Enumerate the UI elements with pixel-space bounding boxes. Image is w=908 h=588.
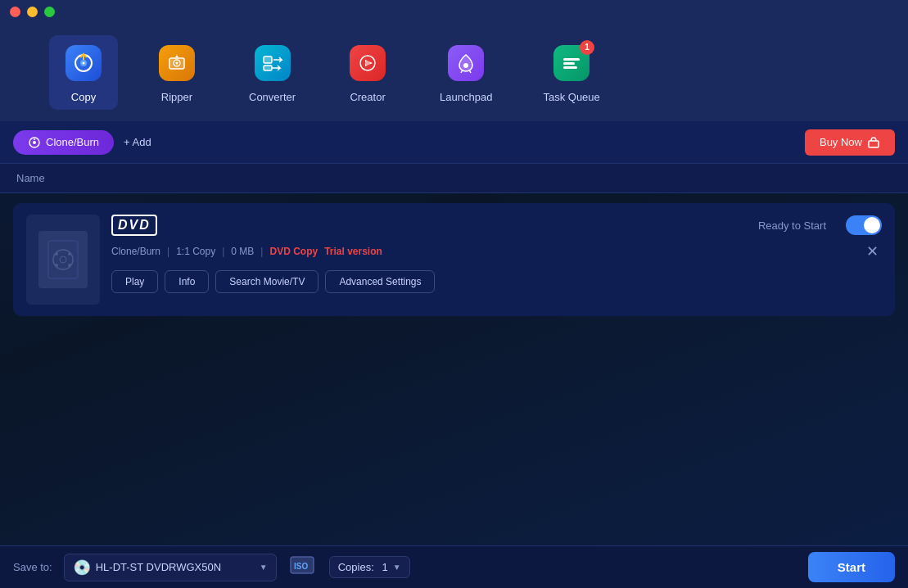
nav-taskqueue-label: Task Queue — [543, 91, 599, 103]
size-meta: 0 MB — [231, 246, 254, 257]
svg-rect-7 — [264, 57, 272, 63]
svg-point-22 — [55, 252, 58, 256]
svg-point-17 — [33, 141, 36, 144]
svg-rect-15 — [563, 66, 577, 69]
svg-rect-18 — [869, 141, 879, 147]
close-button[interactable] — [10, 7, 20, 17]
nav-copy-label: Copy — [71, 91, 96, 103]
copies-selector[interactable]: Copies: 1 ▼ — [329, 556, 410, 578]
add-button[interactable]: + Add — [124, 136, 151, 148]
drive-selector[interactable]: 💿 HL-DT-ST DVDRWGX50N ▼ — [64, 554, 277, 581]
close-item-button[interactable]: ✕ — [863, 244, 882, 259]
ripper-icon — [156, 42, 198, 84]
svg-point-25 — [68, 264, 71, 267]
nav-item-converter[interactable]: Converter — [236, 35, 309, 110]
table-header: Name — [0, 164, 908, 193]
copies-label: Copies: 1 — [338, 561, 388, 573]
tag1-meta: DVD Copy — [269, 246, 318, 257]
navbar: Copy Ripper — [0, 23, 908, 121]
dvd-info: DVD Ready to Start Clone/Burn | 1:1 Copy… — [111, 215, 882, 293]
svg-rect-14 — [563, 62, 575, 65]
iso-icon: ISO — [290, 554, 316, 581]
drive-name: HL-DT-ST DVDRWGX50N — [96, 561, 255, 573]
start-button[interactable]: Start — [808, 552, 895, 582]
svg-point-23 — [68, 252, 71, 256]
nav-item-launchpad[interactable]: Launchpad — [427, 35, 505, 110]
dvd-actions: Play Info Search Movie/TV Advanced Setti… — [111, 270, 882, 293]
dvd-logo: DVD — [111, 215, 157, 236]
svg-rect-13 — [563, 58, 580, 61]
buy-now-button[interactable]: Buy Now — [805, 129, 895, 156]
toggle-switch[interactable] — [846, 215, 882, 235]
play-button[interactable]: Play — [111, 270, 158, 293]
ready-status: Ready to Start — [157, 219, 826, 232]
svg-text:ISO: ISO — [294, 562, 308, 571]
nav-creator-label: Creator — [350, 91, 385, 103]
titlebar — [0, 0, 908, 23]
copy-type-meta: 1:1 Copy — [176, 246, 215, 257]
toolbar: Clone/Burn + Add Buy Now — [0, 121, 908, 164]
dvd-logo-row: DVD Ready to Start — [111, 215, 882, 236]
svg-point-11 — [365, 61, 370, 66]
clone-burn-meta: Clone/Burn — [111, 246, 160, 257]
tag2-meta: Trial version — [324, 246, 382, 257]
bottom-bar: Save to: 💿 HL-DT-ST DVDRWGX50N ▼ ISO Cop… — [0, 545, 908, 588]
nav-item-creator[interactable]: Creator — [333, 35, 402, 110]
clone-burn-button[interactable]: Clone/Burn — [13, 130, 114, 155]
dvd-thumbnail — [26, 215, 100, 305]
content-area: DVD Ready to Start Clone/Burn | 1:1 Copy… — [0, 193, 908, 326]
nav-item-ripper[interactable]: Ripper — [142, 35, 211, 110]
name-column-header: Name — [16, 172, 45, 184]
dvd-item: DVD Ready to Start Clone/Burn | 1:1 Copy… — [13, 203, 895, 316]
dropdown-arrow-icon: ▼ — [260, 563, 268, 572]
taskqueue-icon: 1 — [550, 42, 593, 84]
sep3: | — [260, 246, 263, 257]
svg-point-12 — [463, 63, 468, 68]
svg-rect-8 — [264, 66, 272, 70]
sep2: | — [222, 246, 224, 257]
nav-item-copy[interactable]: Copy — [49, 35, 118, 110]
sep1: | — [167, 246, 169, 257]
save-to-label: Save to: — [13, 561, 52, 573]
dvd-meta: Clone/Burn | 1:1 Copy | 0 MB | DVD Copy … — [111, 244, 882, 259]
creator-icon — [346, 42, 389, 84]
info-button[interactable]: Info — [165, 270, 209, 293]
dvd-thumb-inner — [38, 231, 88, 288]
maximize-button[interactable] — [44, 7, 55, 17]
nav-ripper-label: Ripper — [161, 91, 192, 103]
svg-point-6 — [176, 61, 178, 64]
copies-dropdown-arrow-icon: ▼ — [393, 563, 401, 572]
svg-point-2 — [83, 61, 85, 64]
taskqueue-badge: 1 — [580, 40, 594, 55]
toggle-knob — [864, 217, 880, 233]
drive-icon: 💿 — [73, 559, 91, 577]
nav-launchpad-label: Launchpad — [440, 91, 492, 103]
converter-icon — [251, 42, 294, 84]
nav-item-taskqueue[interactable]: 1 Task Queue — [530, 35, 612, 110]
advanced-settings-button[interactable]: Advanced Settings — [325, 270, 435, 293]
minimize-button[interactable] — [27, 7, 38, 17]
search-movie-button[interactable]: Search Movie/TV — [215, 270, 318, 293]
launchpad-icon — [445, 42, 487, 84]
nav-converter-label: Converter — [249, 91, 296, 103]
svg-point-24 — [55, 264, 58, 267]
copy-icon — [62, 42, 105, 84]
